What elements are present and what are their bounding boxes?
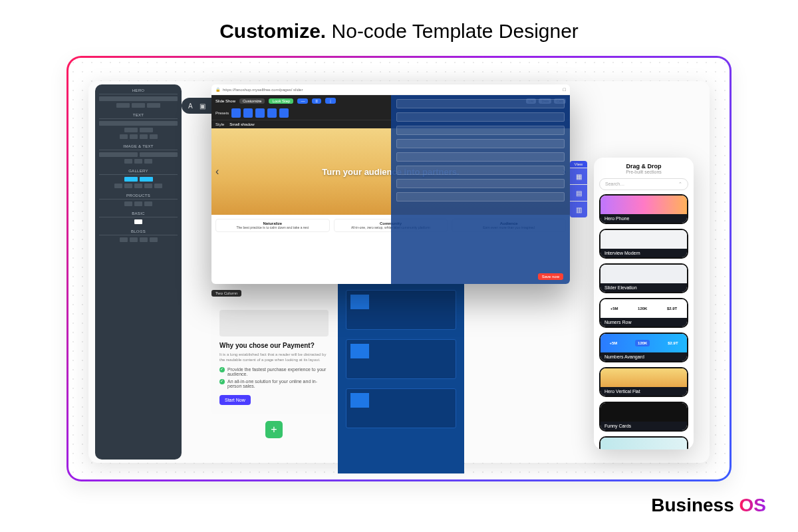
card-heading: Why you chose our Payment? xyxy=(219,342,329,349)
view-label: View xyxy=(570,161,587,168)
content-card[interactable]: Why you chose our Payment? It is a long … xyxy=(211,301,336,414)
tab-close-icon[interactable]: ☐ xyxy=(563,87,566,92)
brand-logo: Business OS xyxy=(651,495,766,516)
image-icon[interactable]: ▣ xyxy=(200,102,205,110)
tool-2[interactable]: ≡ xyxy=(312,98,321,104)
sidebar-sec-text[interactable]: TEXT xyxy=(99,113,178,119)
look-step-button[interactable]: Look Step xyxy=(269,98,293,104)
customize-button[interactable]: Customize xyxy=(239,98,265,104)
editor-surface: HERO TEXT IMAGE & TEXT GALLERY PR xyxy=(88,81,710,463)
structure-column[interactable] xyxy=(338,281,464,473)
style-label: Style xyxy=(215,122,224,126)
preset-swatch[interactable] xyxy=(279,108,289,118)
check-icon xyxy=(219,367,225,372)
bullet-item: An all-in-one solution for your online a… xyxy=(219,379,329,388)
chevron-left-icon[interactable]: ‹ xyxy=(215,166,219,178)
check-icon xyxy=(219,379,225,384)
image-placeholder[interactable] xyxy=(219,310,329,336)
chevron-up-icon[interactable]: ⌃ xyxy=(678,182,682,187)
view-tablet-button[interactable]: ▤ xyxy=(570,185,587,201)
presets-label: Presets xyxy=(215,111,229,115)
sidebar-sec-products[interactable]: PRODUCTS xyxy=(99,194,178,200)
sidebar-sec-blogs[interactable]: BLOGS xyxy=(99,229,178,235)
headline-light: No-code Template Designer xyxy=(332,20,579,42)
page-title: Customize. No-code Template Designer xyxy=(0,0,798,56)
dd-item[interactable]: Slider Elevation xyxy=(599,263,688,293)
tool-1[interactable]: — xyxy=(297,98,308,104)
components-sidebar[interactable]: HERO TEXT IMAGE & TEXT GALLERY PR xyxy=(95,84,182,460)
dd-item[interactable]: Funny Cards xyxy=(599,402,688,432)
layout-block[interactable] xyxy=(346,290,456,330)
save-button[interactable]: Save now xyxy=(538,273,563,280)
preset-swatch[interactable] xyxy=(255,108,265,118)
bullet-item: Provide the fastest purchase experience … xyxy=(219,367,329,376)
preset-swatch[interactable] xyxy=(231,108,241,118)
section-name: Slide Show xyxy=(215,99,235,103)
browser-window: 🔒 https://fanoshop.mysellfree.com/pages/… xyxy=(211,84,570,284)
view-mobile-button[interactable]: ▥ xyxy=(570,201,587,217)
dd-item[interactable]: +5M120K$2.9TNumbers Avangard xyxy=(599,332,688,362)
dotted-canvas: HERO TEXT IMAGE & TEXT GALLERY PR xyxy=(68,58,730,479)
layout-block[interactable] xyxy=(346,388,456,428)
text-icon[interactable]: A xyxy=(188,102,193,110)
layout-block[interactable] xyxy=(346,339,456,379)
section-tag[interactable]: Two Column xyxy=(211,290,241,297)
style-value[interactable]: Small shadow xyxy=(229,122,254,126)
add-section-button[interactable]: + xyxy=(265,421,283,438)
brand-suffix: OS xyxy=(739,495,766,515)
headline-bold: Customize. xyxy=(219,20,326,42)
structure-overlay[interactable]: Save now xyxy=(391,95,571,284)
sidebar-sec-image-text[interactable]: IMAGE & TEXT xyxy=(99,144,178,150)
page-content: Two Column Why you chose our Payment? It… xyxy=(211,290,336,438)
dd-item[interactable]: +5M120K$2.9TNumers Row xyxy=(599,298,688,328)
tool-3[interactable]: ⋮ xyxy=(325,98,336,104)
preset-swatch[interactable] xyxy=(267,108,277,118)
search-input[interactable]: Search…⌃ xyxy=(599,178,688,190)
drag-drop-panel[interactable]: Drag & Drop Pre-built sections Search…⌃ … xyxy=(594,158,694,450)
card-desc: It is a long established fact that a rea… xyxy=(219,352,329,363)
view-rail: View ▦ ▤ ▥ xyxy=(570,161,587,217)
dd-item[interactable]: Cube Slide Show xyxy=(599,436,688,450)
lock-icon: 🔒 xyxy=(215,87,220,92)
dd-title: Drag & Drop xyxy=(599,163,688,170)
dd-subtitle: Pre-built sections xyxy=(599,170,688,174)
sidebar-sec-basic[interactable]: BASIC xyxy=(99,211,178,217)
preset-swatch[interactable] xyxy=(243,108,253,118)
dd-item[interactable]: Interview Modern xyxy=(599,229,688,259)
dd-item[interactable]: Hero Vertical Flat xyxy=(599,367,688,397)
sidebar-sec-gallery[interactable]: GALLERY xyxy=(99,169,178,175)
dd-item[interactable]: Hero Phone xyxy=(599,194,688,224)
brand-name: Business xyxy=(651,495,734,515)
gradient-frame: HERO TEXT IMAGE & TEXT GALLERY PR xyxy=(66,56,732,481)
view-desktop-button[interactable]: ▦ xyxy=(570,168,587,184)
url-bar[interactable]: 🔒 https://fanoshop.mysellfree.com/pages/… xyxy=(211,84,570,95)
start-now-button[interactable]: Start Now xyxy=(219,395,251,405)
sidebar-sec-hero[interactable]: HERO xyxy=(99,88,178,94)
url-text: https://fanoshop.mysellfree.com/pages/ s… xyxy=(220,88,563,92)
feature-card[interactable]: NaturalizeThe best practice is to calm d… xyxy=(215,219,330,232)
